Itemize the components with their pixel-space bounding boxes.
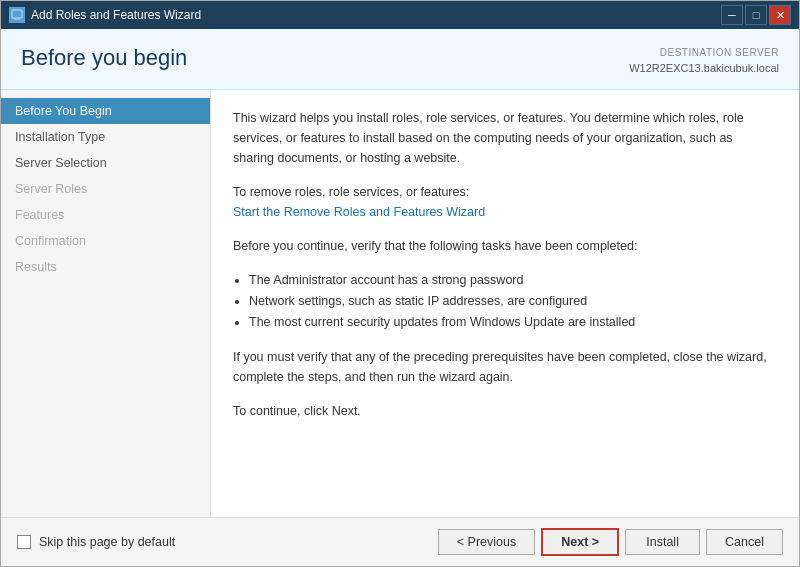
minimize-button[interactable]: ─ <box>721 5 743 25</box>
close-button[interactable]: ✕ <box>769 5 791 25</box>
window-title: Add Roles and Features Wizard <box>31 8 201 22</box>
button-area: < Previous Next > Install Cancel <box>438 528 783 556</box>
header-area: Before you begin DESTINATION SERVER W12R… <box>1 29 799 90</box>
remove-roles-link[interactable]: Start the Remove Roles and Features Wiza… <box>233 205 485 219</box>
sidebar-item-server-selection[interactable]: Server Selection <box>1 150 210 176</box>
main-content: Before you begin DESTINATION SERVER W12R… <box>1 29 799 566</box>
page-title: Before you begin <box>21 45 187 71</box>
dest-server-value: W12R2EXC13.bakicubuk.local <box>629 60 779 77</box>
skip-label: Skip this page by default <box>39 535 175 549</box>
title-bar: Add Roles and Features Wizard ─ □ ✕ <box>1 1 799 29</box>
sidebar-item-before-you-begin[interactable]: Before You Begin <box>1 98 210 124</box>
content-para1: This wizard helps you install roles, rol… <box>233 108 777 168</box>
content-para3: Before you continue, verify that the fol… <box>233 236 777 256</box>
content-para5: To continue, click Next. <box>233 401 777 421</box>
wizard-icon <box>9 7 25 23</box>
sidebar-item-installation-type[interactable]: Installation Type <box>1 124 210 150</box>
svg-rect-0 <box>12 10 22 18</box>
sidebar-item-server-roles: Server Roles <box>1 176 210 202</box>
previous-button[interactable]: < Previous <box>438 529 535 555</box>
sidebar-item-results: Results <box>1 254 210 280</box>
sidebar: Before You Begin Installation Type Serve… <box>1 90 211 518</box>
list-item: The most current security updates from W… <box>249 312 777 333</box>
content-wrapper: Before You Begin Installation Type Serve… <box>1 90 799 518</box>
skip-checkbox[interactable] <box>17 535 31 549</box>
title-bar-left: Add Roles and Features Wizard <box>9 7 201 23</box>
footer-area: Skip this page by default < Previous Nex… <box>1 517 799 566</box>
wizard-window: Add Roles and Features Wizard ─ □ ✕ Befo… <box>0 0 800 567</box>
title-bar-controls: ─ □ ✕ <box>721 5 791 25</box>
dest-server-label: DESTINATION SERVER <box>629 45 779 60</box>
install-button[interactable]: Install <box>625 529 700 555</box>
content-area: This wizard helps you install roles, rol… <box>211 90 799 518</box>
cancel-button[interactable]: Cancel <box>706 529 783 555</box>
skip-area: Skip this page by default <box>17 535 175 549</box>
next-button[interactable]: Next > <box>541 528 619 556</box>
content-para4: If you must verify that any of the prece… <box>233 347 777 387</box>
destination-server-info: DESTINATION SERVER W12R2EXC13.bakicubuk.… <box>629 45 779 77</box>
sidebar-item-features: Features <box>1 202 210 228</box>
list-item: Network settings, such as static IP addr… <box>249 291 777 312</box>
prerequisites-list: The Administrator account has a strong p… <box>249 270 777 334</box>
list-item: The Administrator account has a strong p… <box>249 270 777 291</box>
sidebar-item-confirmation: Confirmation <box>1 228 210 254</box>
maximize-button[interactable]: □ <box>745 5 767 25</box>
content-para2-prefix: To remove roles, role services, or featu… <box>233 182 777 222</box>
